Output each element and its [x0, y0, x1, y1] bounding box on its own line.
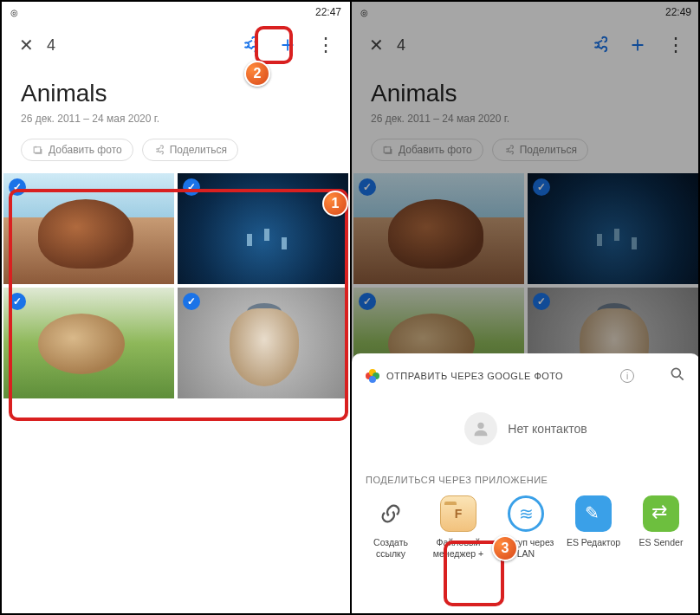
- app-label: Доступ через LAN: [494, 537, 558, 559]
- check-icon: [183, 178, 200, 196]
- app-label: ES Sender: [639, 537, 684, 548]
- gps-icon: ◎: [10, 8, 18, 17]
- person-icon: [464, 412, 497, 445]
- editor-icon: [575, 495, 612, 532]
- app-create-link[interactable]: Создать ссылку: [359, 495, 423, 559]
- app-lan-access[interactable]: Доступ через LAN: [494, 495, 558, 559]
- add-photo-chip[interactable]: Добавить фото: [21, 139, 133, 161]
- photo-thumb[interactable]: [3, 288, 174, 398]
- sender-icon: [643, 495, 679, 532]
- add-photo-label: Добавить фото: [49, 144, 122, 156]
- check-icon: [183, 293, 200, 310]
- search-icon[interactable]: [669, 366, 686, 386]
- apps-label: ПОДЕЛИТЬСЯ ЧЕРЕЗ ПРИЛОЖЕНИЕ: [352, 466, 700, 495]
- app-label: ES Редактор: [567, 537, 620, 548]
- add-icon[interactable]: [270, 28, 305, 62]
- selection-count: 4: [43, 36, 232, 55]
- album-title: Animals: [21, 80, 331, 107]
- lan-icon: [508, 495, 544, 532]
- app-row: Создать ссылку Файловый менеджер + Досту…: [352, 495, 700, 566]
- clock: 22:47: [315, 6, 341, 18]
- share-sheet: ОТПРАВИТЬ ЧЕРЕЗ GOOGLE ФОТО i Нет контак…: [352, 353, 700, 613]
- photo-grid: [2, 173, 350, 398]
- photo-thumb[interactable]: [178, 288, 348, 398]
- app-label: Файловый менеджер +: [426, 537, 490, 559]
- statusbar: ◎ 22:47: [2, 2, 350, 23]
- share-chip[interactable]: Поделиться: [142, 139, 238, 161]
- file-manager-icon: [440, 495, 476, 532]
- svg-point-0: [671, 368, 680, 377]
- close-icon[interactable]: ✕: [9, 35, 43, 55]
- phone-right: ◎ 22:49 ✕ 4 ⋮ Animals 26 дек. 2011 – 24 …: [352, 2, 700, 613]
- album-header: Animals 26 дек. 2011 – 24 мая 2020 г.: [2, 68, 350, 130]
- check-icon: [9, 178, 26, 196]
- chip-bar: Добавить фото Поделиться: [2, 130, 350, 173]
- app-es-sender[interactable]: ES Sender: [629, 495, 693, 559]
- app-es-editor[interactable]: ES Редактор: [561, 495, 625, 559]
- photo-thumb[interactable]: [3, 173, 174, 284]
- panel-divider: [350, 2, 352, 613]
- no-contacts-label: Нет контактов: [508, 422, 587, 436]
- no-contacts: Нет контактов: [352, 395, 700, 466]
- album-dates: 26 дек. 2011 – 24 мая 2020 г.: [21, 113, 331, 125]
- app-file-manager[interactable]: Файловый менеджер +: [426, 495, 490, 559]
- sheet-title: ОТПРАВИТЬ ЧЕРЕЗ GOOGLE ФОТО: [386, 371, 613, 381]
- photo-thumb[interactable]: [178, 173, 348, 284]
- svg-point-1: [478, 423, 484, 429]
- app-label: Создать ссылку: [359, 537, 423, 559]
- more-icon[interactable]: ⋮: [308, 28, 343, 62]
- selection-toolbar: ✕ 4 ⋮: [2, 23, 350, 68]
- share-chip-label: Поделиться: [170, 144, 227, 156]
- google-photos-icon: [366, 369, 379, 383]
- link-icon: [373, 495, 409, 532]
- phone-left: ◎ 22:47 ✕ 4 ⋮ Animals 26 дек. 2011 – 24 …: [2, 2, 350, 613]
- share-icon[interactable]: [232, 28, 267, 62]
- info-icon[interactable]: i: [620, 369, 634, 383]
- check-icon: [9, 293, 26, 310]
